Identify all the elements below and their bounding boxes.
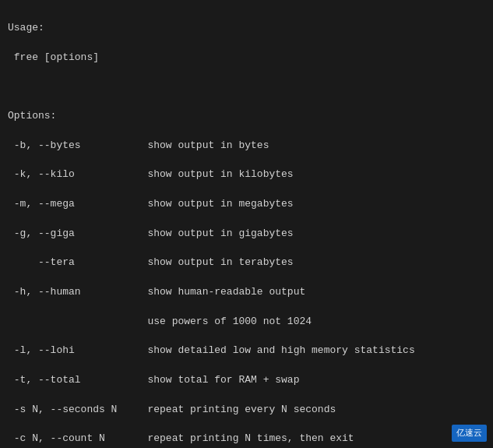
terminal-output: Usage: free [options] Options: -b, --byt… (8, 6, 485, 448)
options-header: Options: (8, 110, 56, 122)
opt-lohi: -l, --lohi show detailed low and high me… (8, 344, 415, 356)
opt-bytes: -b, --bytes show output in bytes (8, 139, 269, 151)
opt-mega: -m, --mega show output in megabytes (8, 198, 294, 210)
opt-1000: use powers of 1000 not 1024 (8, 316, 312, 327)
usage-command: free [options] (8, 51, 99, 63)
opt-tera: --tera show output in terabytes (8, 256, 294, 268)
blank-1 (8, 80, 14, 92)
opt-kilo: -k, --kilo show output in kilobytes (8, 168, 294, 180)
opt-count: -c N, --count N repeat printing N times,… (8, 432, 354, 444)
usage-section: Usage: (8, 22, 44, 34)
opt-seconds: -s N, --seconds N repeat printing every … (8, 404, 336, 415)
opt-total: -t, --total show total for RAM + swap (8, 374, 299, 386)
opt-giga: -g, --giga show output in gigabytes (8, 228, 294, 239)
watermark-badge: 亿速云 (452, 425, 487, 442)
opt-human: -h, --human show human-readable output (8, 286, 305, 298)
